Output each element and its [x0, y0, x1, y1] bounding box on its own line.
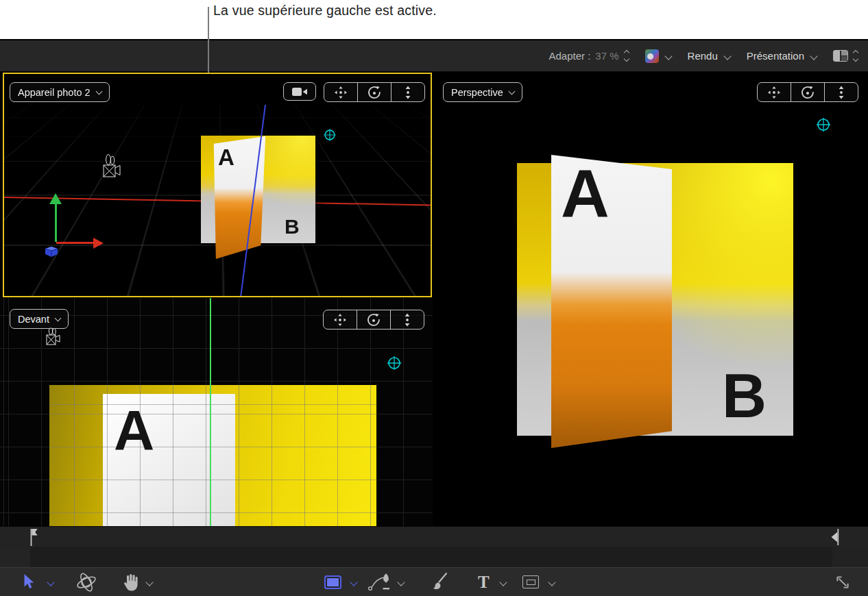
mask-tool-chevron[interactable]	[549, 568, 555, 596]
orbit-icon	[367, 313, 381, 327]
view-selector-bottom-left[interactable]: Devant	[10, 309, 69, 329]
video-camera-icon	[291, 86, 308, 97]
target-crosshair-icon[interactable]	[815, 116, 832, 133]
callout-area: La vue supérieure gauche est active.	[0, 0, 868, 39]
layout-split-icon[interactable]	[833, 50, 848, 62]
rectangle-icon	[324, 575, 341, 589]
orbit-view-button[interactable]	[791, 83, 824, 101]
text-tool-glyph: T	[478, 573, 490, 591]
mask-rectangle-icon	[522, 575, 539, 588]
paint-stroke-tool-button[interactable]	[432, 568, 448, 596]
target-crosshair-icon[interactable]	[386, 355, 402, 371]
x-axis-arrow	[56, 242, 95, 244]
color-well-chevron-icon[interactable]	[664, 52, 672, 60]
camera-overlay-button[interactable]	[283, 82, 316, 101]
zoom-adapter-label: Adapter :	[548, 50, 590, 62]
target-crosshair-icon[interactable]	[322, 127, 337, 142]
pan-icon	[333, 313, 347, 327]
resize-diagonal-icon	[834, 574, 851, 591]
y-axis-arrowhead	[49, 193, 62, 204]
view-selector-right[interactable]: Perspective	[443, 82, 522, 102]
dolly-view-button[interactable]	[390, 310, 424, 329]
color-well-icon[interactable]	[645, 49, 659, 63]
hand-icon	[121, 573, 138, 591]
canvas-toolbar: Adapter : 37 % Rendu Présentation	[0, 39, 868, 72]
zoom-value: 37 %	[595, 50, 618, 62]
orbit-icon	[367, 86, 381, 99]
mini-timeline[interactable]	[0, 526, 868, 547]
bezier-tool-chevron[interactable]	[398, 568, 404, 596]
rectangle-tool-button[interactable]	[324, 568, 341, 596]
zoom-stepper[interactable]	[625, 51, 629, 61]
motion-app-window: La vue supérieure gauche est active. Ada…	[0, 0, 868, 596]
viewport-top-left-active[interactable]: A B Appareil photo 2	[3, 73, 432, 297]
play-range-out-marker-icon[interactable]	[830, 529, 840, 545]
orbit-view-button[interactable]	[357, 83, 391, 101]
dolly-icon	[836, 86, 847, 99]
tools-toolbar: T	[0, 567, 868, 596]
track-left-cap	[0, 547, 30, 567]
dolly-view-button[interactable]	[391, 83, 424, 101]
pan-view-button[interactable]	[758, 83, 791, 101]
text-tool-chevron[interactable]	[501, 568, 506, 596]
pen-icon	[367, 573, 392, 592]
z-axis-cube	[43, 242, 60, 260]
mask-tool-button[interactable]	[522, 568, 539, 596]
card-a-letter: A	[561, 160, 610, 227]
scene-camera-wireframe-icon[interactable]	[100, 153, 122, 184]
play-range-in-marker-icon[interactable]	[27, 529, 38, 546]
card-b-letter: B	[285, 216, 300, 237]
text-tool-button[interactable]: T	[478, 568, 490, 596]
presentation-menu[interactable]: Présentation	[747, 50, 804, 62]
pan-view-button[interactable]	[324, 83, 357, 101]
orbit-view-button[interactable]	[357, 310, 390, 329]
dolly-icon	[402, 313, 413, 327]
transform-3d-tool-button[interactable]	[75, 568, 97, 596]
track-right-cap	[832, 547, 868, 567]
callout-pointer-line	[208, 7, 209, 73]
y-axis-line	[210, 298, 211, 526]
viewport-bottom-left[interactable]: A Devant	[0, 298, 433, 526]
view-nav-controls	[757, 82, 858, 102]
presentation-menu-chevron-icon[interactable]	[810, 52, 817, 60]
timeline-track[interactable]	[0, 547, 868, 567]
render-menu[interactable]: Rendu	[688, 50, 718, 62]
scene-camera-wireframe-icon[interactable]	[44, 327, 62, 349]
view-selector-top-left[interactable]: Appareil photo 2	[10, 82, 110, 102]
render-menu-chevron-icon[interactable]	[723, 52, 731, 60]
select-tool-button[interactable]	[21, 568, 35, 596]
dolly-icon	[402, 86, 413, 99]
pan-hand-tool-chevron[interactable]	[147, 568, 152, 596]
x-axis-arrowhead	[93, 238, 104, 249]
pan-icon	[767, 86, 781, 99]
card-a-letter: A	[114, 402, 154, 458]
card-b-letter: B	[722, 365, 767, 427]
dolly-view-button[interactable]	[824, 83, 858, 101]
view-nav-controls	[324, 82, 425, 102]
pan-hand-tool-button[interactable]	[121, 568, 138, 596]
pan-view-button[interactable]	[324, 310, 357, 329]
view-nav-controls	[323, 310, 424, 330]
callout-text: La vue supérieure gauche est active.	[213, 3, 437, 18]
y-axis-arrow	[55, 203, 57, 242]
rectangle-tool-chevron[interactable]	[351, 568, 357, 596]
orbit-3d-icon	[75, 571, 97, 593]
bezier-tool-button[interactable]	[367, 568, 392, 596]
brush-icon	[432, 573, 448, 591]
arrow-cursor-icon	[21, 573, 35, 591]
layout-stepper[interactable]	[854, 51, 858, 61]
viewport-right[interactable]: A B Perspective	[434, 72, 868, 526]
grid-overlay	[49, 385, 376, 526]
expand-canvas-button[interactable]	[834, 568, 851, 596]
orbit-icon	[801, 86, 815, 99]
pan-icon	[334, 86, 348, 99]
card-a-letter: A	[218, 146, 234, 169]
select-tool-chevron[interactable]	[48, 568, 53, 596]
